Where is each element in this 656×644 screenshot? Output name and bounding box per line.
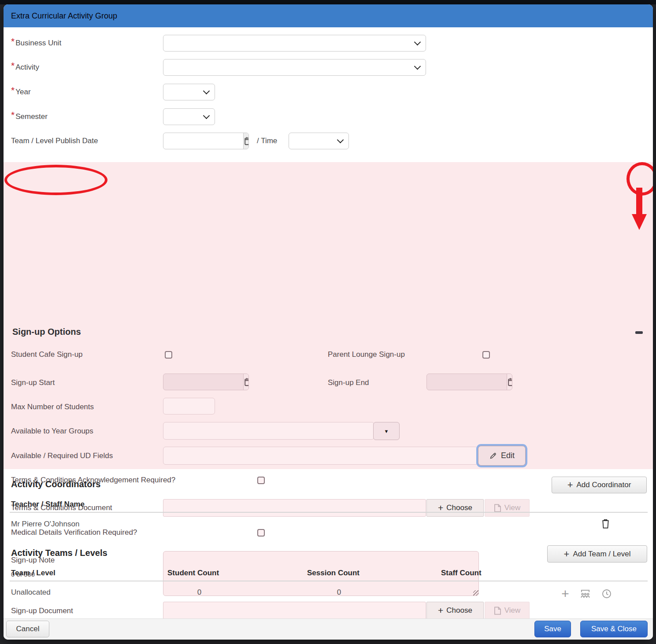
teams-col-student-count: Student Count <box>167 569 219 577</box>
publish-date-input[interactable] <box>163 133 243 149</box>
plus-icon: + <box>438 504 443 511</box>
team-row-students-button[interactable] <box>578 588 592 600</box>
group-icon <box>579 588 591 599</box>
add-coordinator-button[interactable]: + Add Coordinator <box>552 477 647 493</box>
signup-doc-view-button[interactable]: View <box>485 602 530 619</box>
teams-col-session-count: Session Count <box>307 569 360 577</box>
view-button-label: View <box>504 503 521 512</box>
delete-coordinator-button[interactable] <box>600 518 611 529</box>
parent-lounge-label: Parent Lounge Sign-up <box>328 350 405 359</box>
publish-date-label: Team / Level Publish Date <box>11 137 98 145</box>
teams-title: Activity Teams / Levels <box>11 548 107 558</box>
year-groups-dropdown-button[interactable]: ▼ <box>373 422 400 440</box>
signup-doc-label: Sign-up Document <box>11 607 73 615</box>
max-students-label: Max Number of Students <box>11 403 94 411</box>
add-team-level-label: Add Team / Level <box>573 550 630 559</box>
signup-doc-input[interactable] <box>163 602 426 619</box>
tc-doc-view-button[interactable]: View <box>485 499 530 517</box>
team-row-student-count: 0 <box>167 588 231 597</box>
choose-button-label: Choose <box>446 503 472 512</box>
tc-doc-input[interactable] <box>163 499 426 517</box>
chevron-down-icon <box>414 63 421 70</box>
tc-ack-checkbox[interactable] <box>257 477 265 484</box>
add-team-level-button[interactable]: + Add Team / Level <box>547 545 647 563</box>
ud-fields-edit-button[interactable]: Edit <box>478 446 526 466</box>
cancel-button-label: Cancel <box>16 625 40 633</box>
chevron-down-icon <box>337 137 344 144</box>
ud-fields-input[interactable] <box>163 447 478 465</box>
signup-end-label: Sign-up End <box>328 378 369 387</box>
year-label: *Year <box>11 88 31 96</box>
student-cafe-checkbox[interactable] <box>165 351 172 359</box>
activity-label: *Activity <box>11 63 39 72</box>
teams-header-divider <box>10 581 648 581</box>
team-row-name: Unallocated <box>11 588 51 597</box>
clock-icon <box>601 588 612 599</box>
teams-col-staff-count: Staff Count <box>441 569 482 577</box>
plus-icon: + <box>438 607 443 614</box>
medical-checkbox[interactable] <box>257 529 265 537</box>
tc-doc-choose-button[interactable]: + Choose <box>426 499 484 517</box>
coordinators-header-divider <box>10 512 648 513</box>
save-button-label: Save <box>544 625 561 633</box>
year-select[interactable] <box>163 84 215 100</box>
max-students-input[interactable] <box>163 398 215 415</box>
business-unit-select[interactable] <box>163 35 426 52</box>
signup-end-input[interactable] <box>427 374 507 390</box>
signup-options-title: Sign-up Options <box>12 327 81 337</box>
time-label: / Time <box>257 137 277 145</box>
save-button[interactable]: Save <box>534 621 571 637</box>
team-row-session-count: 0 <box>307 588 371 597</box>
backdrop-top-strip <box>0 0 656 4</box>
business-unit-label: *Business Unit <box>11 39 61 48</box>
signup-start-calendar-button[interactable] <box>243 374 249 390</box>
activity-select[interactable] <box>163 59 426 76</box>
textarea-resize-handle[interactable] <box>473 590 478 596</box>
signup-options-section: Sign-up Options Student Cafe Sign-up Par… <box>4 162 653 469</box>
signup-end-calendar-button[interactable] <box>507 374 512 390</box>
edit-button-label: Edit <box>501 451 515 460</box>
coordinator-row-name: Mr Pierre O'Johnson <box>11 520 79 529</box>
calendar-icon <box>244 136 249 146</box>
required-marker: * <box>11 112 15 118</box>
parent-lounge-checkbox[interactable] <box>482 351 490 359</box>
signup-start-input[interactable] <box>163 374 243 390</box>
signup-end-group <box>426 374 512 390</box>
chevron-down-icon <box>203 112 210 119</box>
teams-col-team-level: Team / Level <box>11 569 56 577</box>
year-groups-label: Available to Year Groups <box>11 427 93 436</box>
semester-select[interactable] <box>163 108 215 125</box>
signup-start-label: Sign-up Start <box>11 378 55 387</box>
team-row-schedule-button[interactable] <box>601 588 612 600</box>
save-close-button-label: Save & Close <box>591 625 637 633</box>
required-marker: * <box>11 87 15 93</box>
signup-start-group <box>163 374 249 390</box>
required-marker: * <box>11 38 15 44</box>
coordinators-column-header: Teacher / Staff Name <box>11 500 85 509</box>
dialog-header: Extra Curricular Activity Group <box>4 4 653 27</box>
minus-icon <box>635 331 643 334</box>
trash-icon <box>601 518 610 529</box>
required-marker: * <box>11 63 15 69</box>
save-close-button[interactable]: Save & Close <box>580 621 648 637</box>
year-groups-input[interactable] <box>163 422 374 440</box>
plus-icon: + <box>564 551 570 558</box>
extra-curricular-activity-dialog: Extra Curricular Activity Group *Busines… <box>4 4 653 640</box>
publish-date-calendar-button[interactable] <box>243 133 249 149</box>
publish-time-select[interactable] <box>289 133 349 149</box>
collapse-section-button[interactable] <box>632 328 646 337</box>
choose-button-label: Choose <box>446 606 472 615</box>
dropdown-arrow-icon: ▼ <box>384 429 389 434</box>
coordinators-title: Activity Coordinators <box>11 479 100 489</box>
ud-fields-label: Available / Required UD Fields <box>11 452 113 460</box>
cancel-button[interactable]: Cancel <box>6 621 49 637</box>
team-row-add-button[interactable]: + <box>560 588 571 600</box>
document-icon <box>494 607 501 615</box>
publish-date-group <box>163 133 249 149</box>
calendar-icon <box>507 377 512 387</box>
plus-icon: + <box>567 481 573 489</box>
student-cafe-label: Student Cafe Sign-up <box>11 350 83 359</box>
pencil-icon <box>489 452 497 460</box>
signup-doc-choose-button[interactable]: + Choose <box>426 602 484 619</box>
add-coordinator-label: Add Coordinator <box>577 481 631 489</box>
